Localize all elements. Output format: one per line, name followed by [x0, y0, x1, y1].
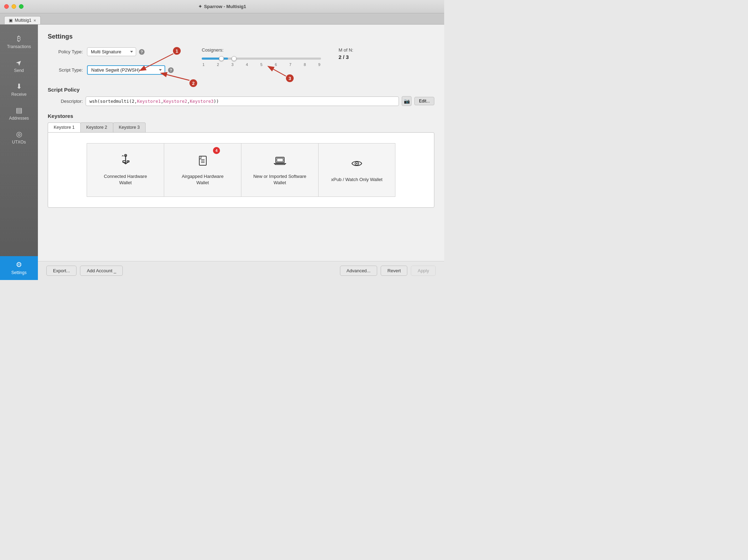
add-account-button[interactable]: Add Account _ [80, 266, 123, 276]
keystore-tabs: Keystore 1 Keystore 2 Keystore 3 [48, 122, 434, 132]
send-icon: ➤ [14, 58, 24, 67]
connected-hardware-label: Connected HardwareWallet [104, 173, 147, 186]
sidebar-item-settings[interactable]: ⚙ Settings [0, 256, 38, 280]
maximize-button[interactable] [19, 4, 24, 9]
wallet-card-xpub[interactable]: xPub / Watch Only Wallet [318, 143, 395, 197]
slider-labels: 1 2 3 4 5 6 7 8 9 [202, 62, 321, 67]
script-policy-section: Script Policy Descriptor: wsh(sortedmult… [48, 87, 434, 106]
script-policy-title: Script Policy [48, 87, 434, 93]
sd-card-icon [196, 154, 209, 169]
main-layout: ₿ Transactions ➤ Send ⬇ Receive ▤ Addres… [0, 25, 444, 280]
edit-button[interactable]: Edit... [414, 97, 434, 105]
cosigners-area: Cosigners: 1 2 3 4 5 [202, 47, 321, 67]
airgapped-badge: 4 [213, 147, 220, 154]
descriptor-plain: wsh(sortedmulti(2, [89, 99, 137, 104]
close-button[interactable] [4, 4, 9, 9]
wallet-options: Connected HardwareWallet 4 [55, 143, 427, 197]
sidebar-item-transactions[interactable]: ₿ Transactions [0, 30, 38, 54]
apply-button[interactable]: Apply [411, 266, 436, 276]
tab-close-button[interactable]: ✕ [33, 19, 36, 22]
svg-rect-16 [199, 156, 201, 159]
descriptor-ks2: Keystore2 [163, 99, 187, 104]
software-wallet-label: New or Imported SoftwareWallet [253, 173, 306, 186]
descriptor-ks1: Keystore1 [137, 99, 161, 104]
content-scroll: Settings Policy Type: Multi Signature Si… [38, 25, 444, 261]
airgapped-hardware-label: Airgapped HardwareWallet [182, 173, 223, 186]
sidebar-item-send[interactable]: ➤ Send [0, 54, 38, 78]
svg-point-20 [356, 163, 358, 164]
cosigners-label: Cosigners: [202, 47, 321, 53]
sidebar: ₿ Transactions ➤ Send ⬇ Receive ▤ Addres… [0, 25, 38, 280]
laptop-icon [274, 154, 286, 169]
form-rows-right: Cosigners: 1 2 3 4 5 [188, 47, 353, 67]
m-of-n-label: M of N: [339, 47, 353, 53]
keystore-tab-2[interactable]: Keystore 2 [80, 122, 113, 132]
wallet-card-software[interactable]: New or Imported SoftwareWallet [241, 143, 318, 197]
policy-type-controls: Multi Signature Single Signature ? [87, 47, 145, 56]
script-type-label: Script Type: [48, 67, 83, 73]
keystore-panel: Connected HardwareWallet 4 [48, 132, 434, 208]
tab-icon: ▣ [9, 18, 13, 23]
policy-type-select[interactable]: Multi Signature Single Signature [87, 47, 136, 56]
keystores-title: Keystores [48, 113, 434, 119]
revert-button[interactable]: Revert [381, 266, 407, 276]
camera-button[interactable]: 📷 [402, 96, 412, 106]
top-form-area: Policy Type: Multi Signature Single Sign… [48, 47, 434, 80]
advanced-button[interactable]: Advanced... [340, 266, 378, 276]
usb-icon [119, 154, 132, 169]
wallet-card-connected-hardware[interactable]: Connected HardwareWallet [87, 143, 164, 197]
keystores-section: Keystores Keystore 1 Keystore 2 Keystore… [48, 113, 434, 208]
eye-icon [350, 157, 363, 172]
xpub-label: xPub / Watch Only Wallet [331, 176, 382, 183]
tabbar: ▣ Multisig1 ✕ [0, 13, 444, 25]
cosigners-slider[interactable] [202, 58, 321, 60]
window-controls[interactable] [4, 4, 24, 9]
keystore-tab-3[interactable]: Keystore 3 [113, 122, 146, 132]
utxos-icon: ◎ [16, 131, 22, 138]
m-of-n-value: 2 / 3 [339, 54, 353, 60]
bottom-toolbar: Export... Add Account _ Advanced... Reve… [38, 261, 444, 280]
policy-type-help[interactable]: ? [139, 49, 145, 55]
svg-text:2: 2 [192, 81, 194, 86]
script-type-controls: Native Segwit (P2WSH) Legacy (P2SH) Nest… [87, 65, 174, 75]
export-button[interactable]: Export... [46, 266, 76, 276]
form-rows-left: Policy Type: Multi Signature Single Sign… [48, 47, 174, 80]
slider-fill [202, 58, 228, 60]
bitcoin-icon: ₿ [17, 35, 21, 42]
policy-type-label: Policy Type: [48, 49, 83, 54]
descriptor-comma2: , [187, 99, 190, 104]
slider-thumb-left[interactable] [219, 56, 224, 61]
slider-thumb-right[interactable] [232, 56, 236, 61]
descriptor-row: Descriptor: wsh(sortedmulti(2,Keystore1,… [48, 96, 434, 106]
wallet-card-airgapped-hardware[interactable]: 4 [164, 143, 241, 197]
policy-type-row: Policy Type: Multi Signature Single Sign… [48, 47, 174, 56]
addresses-icon: ▤ [16, 107, 22, 114]
script-type-select[interactable]: Native Segwit (P2WSH) Legacy (P2SH) Nest… [87, 65, 165, 75]
tab-multisig1[interactable]: ▣ Multisig1 ✕ [4, 16, 41, 24]
script-type-row: Script Type: Native Segwit (P2WSH) Legac… [48, 65, 174, 75]
sidebar-item-receive[interactable]: ⬇ Receive [0, 78, 38, 102]
svg-rect-11 [127, 161, 129, 162]
svg-point-3 [189, 79, 197, 87]
keystore-tab-1[interactable]: Keystore 1 [48, 122, 81, 132]
top-form-rows: Policy Type: Multi Signature Single Sign… [48, 47, 434, 80]
svg-rect-18 [277, 158, 283, 162]
sidebar-item-addresses[interactable]: ▤ Addresses [0, 102, 38, 126]
sparrow-icon: ✦ [198, 4, 202, 9]
content-area: Settings Policy Type: Multi Signature Si… [38, 25, 444, 280]
m-of-n-area: M of N: 2 / 3 [339, 47, 353, 67]
descriptor-input: wsh(sortedmulti(2,Keystore1,Keystore2,Ke… [86, 96, 399, 106]
receive-icon: ⬇ [16, 83, 22, 90]
settings-icon: ⚙ [16, 261, 22, 268]
descriptor-end: )) [214, 99, 219, 104]
script-type-help[interactable]: ? [168, 67, 174, 73]
settings-title: Settings [48, 33, 434, 40]
sidebar-item-utxos[interactable]: ◎ UTXOs [0, 126, 38, 149]
minimize-button[interactable] [12, 4, 16, 9]
titlebar: ✦ Sparrow - Multisig1 [0, 0, 444, 13]
descriptor-comma1: , [161, 99, 163, 104]
descriptor-ks3: Keystore3 [190, 99, 214, 104]
window-title: ✦ Sparrow - Multisig1 [198, 4, 246, 9]
descriptor-label: Descriptor: [48, 99, 83, 104]
